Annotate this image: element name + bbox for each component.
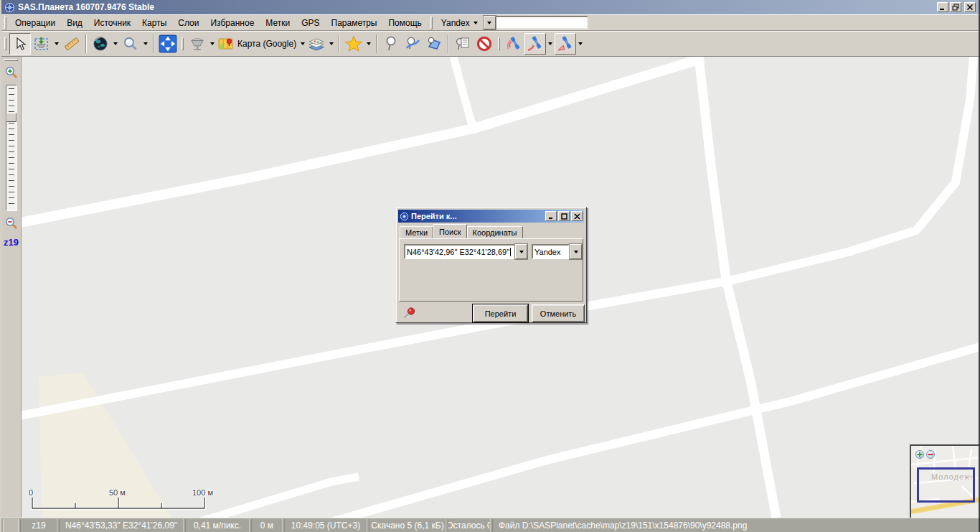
toolbar-separator bbox=[376, 34, 377, 53]
cache-source-button[interactable] bbox=[187, 33, 208, 55]
fullscreen-icon bbox=[159, 34, 177, 53]
toolbar-grip-1[interactable] bbox=[4, 37, 6, 50]
zoom-in-button[interactable] bbox=[4, 65, 19, 80]
sidebar-grip[interactable] bbox=[4, 59, 18, 61]
gps-track-button[interactable] bbox=[524, 33, 546, 55]
favorites-dropdown[interactable] bbox=[364, 33, 373, 55]
menu-layers[interactable]: Слои bbox=[172, 16, 204, 30]
minimize-button[interactable] bbox=[937, 2, 948, 12]
zoom-out-button[interactable] bbox=[4, 215, 19, 231]
window-titlebar[interactable]: SAS.Планета 160707.9476 Stable bbox=[1, 0, 979, 14]
gps-area-button[interactable] bbox=[555, 33, 576, 55]
status-file-path: Файл D:\SASPlanet\cache\map\z19\151\x154… bbox=[492, 519, 980, 532]
fullscreen-button[interactable] bbox=[157, 33, 179, 55]
minimap-zoom-in-button[interactable] bbox=[915, 450, 924, 459]
menu-source[interactable]: Источник bbox=[88, 16, 136, 30]
layers-button[interactable] bbox=[306, 33, 327, 55]
magnifier-minus-icon bbox=[4, 216, 19, 230]
quick-search-input[interactable] bbox=[484, 16, 588, 29]
magnifier-plus-icon bbox=[4, 65, 19, 80]
search-provider-select[interactable]: Yandex bbox=[532, 244, 582, 259]
dialog-title: Перейти к... bbox=[411, 212, 544, 220]
status-downloaded: Скачано 5 (6,1 кБ) bbox=[369, 519, 446, 532]
dialog-minimize-button[interactable] bbox=[545, 211, 557, 221]
menu-placemarks[interactable]: Метки bbox=[260, 16, 296, 30]
pin-ontop-button[interactable] bbox=[402, 306, 417, 320]
toolbar-separator bbox=[339, 34, 340, 53]
close-button[interactable] bbox=[964, 2, 976, 12]
cursor-tool-button[interactable] bbox=[9, 33, 31, 55]
layers-dropdown[interactable] bbox=[327, 33, 336, 55]
search-query-combo[interactable]: N46°43'42,96" E32°41'28,69" bbox=[404, 244, 527, 259]
menu-favorites[interactable]: Избранное bbox=[204, 16, 260, 30]
menu-parameters[interactable]: Параметры bbox=[326, 16, 383, 30]
map-select-button[interactable]: Карта (Google) bbox=[217, 33, 306, 55]
window-title: SAS.Планета 160707.9476 Stable bbox=[18, 2, 154, 12]
status-bar: z19 N46°43'53,33" E32°41'26,09" 0,41 м/п… bbox=[1, 518, 979, 532]
gps-satellite-track-icon bbox=[526, 34, 545, 53]
menu-help[interactable]: Помощь bbox=[382, 16, 427, 30]
gps-area-dropdown[interactable] bbox=[576, 33, 585, 55]
tab-search[interactable]: Поиск bbox=[433, 224, 466, 238]
gps-satellite-signal-icon bbox=[504, 34, 523, 53]
selection-rect-icon bbox=[33, 35, 50, 52]
menu-maps[interactable]: Карты bbox=[136, 16, 172, 30]
search-query-dropdown-button[interactable] bbox=[515, 244, 527, 259]
cache-dropdown[interactable] bbox=[208, 33, 217, 55]
minimap-panel[interactable]: Молодежн bbox=[910, 444, 980, 518]
text-caret bbox=[510, 248, 511, 256]
dialog-titlebar[interactable]: Перейти к... bbox=[398, 210, 584, 223]
path-icon bbox=[404, 35, 421, 52]
menu-gps[interactable]: GPS bbox=[296, 16, 325, 30]
add-placemark-button[interactable] bbox=[380, 33, 402, 55]
search-provider-dropdown-button[interactable] bbox=[570, 244, 582, 259]
hide-placemarks-button[interactable] bbox=[473, 33, 495, 55]
toolbar-grip-3[interactable] bbox=[498, 37, 500, 50]
toolbar-grip-2[interactable] bbox=[182, 37, 184, 50]
add-polygon-button[interactable] bbox=[423, 33, 445, 55]
cancel-button[interactable]: Отменить bbox=[532, 304, 585, 322]
zoom-dropdown[interactable] bbox=[141, 33, 150, 55]
menu-operations[interactable]: Операции bbox=[9, 16, 61, 30]
dialog-close-button[interactable] bbox=[571, 211, 583, 221]
selection-tool-button[interactable] bbox=[31, 33, 52, 55]
goto-dialog[interactable]: Перейти к... Метки Поиск Координаты N46°… bbox=[395, 207, 587, 323]
ruler-tool-button[interactable] bbox=[61, 33, 83, 55]
gps-track-dropdown[interactable] bbox=[546, 33, 555, 55]
selection-dropdown[interactable] bbox=[52, 33, 61, 55]
chevron-down-icon bbox=[301, 42, 305, 45]
menubar-grip[interactable] bbox=[4, 17, 6, 29]
zoom-slider[interactable] bbox=[6, 85, 17, 211]
toolbar: Карта (Google) bbox=[1, 31, 979, 57]
minus-icon bbox=[928, 452, 933, 457]
placemark-manager-button[interactable] bbox=[452, 33, 473, 55]
dialog-maximize-button[interactable] bbox=[558, 211, 570, 221]
go-button[interactable]: Перейти bbox=[473, 304, 528, 322]
search-provider-button[interactable]: Yandex bbox=[435, 16, 484, 30]
tab-placemarks[interactable]: Метки bbox=[400, 226, 433, 238]
quick-search-dropdown-button[interactable] bbox=[484, 16, 496, 29]
add-path-button[interactable] bbox=[402, 33, 423, 55]
zoom-level-label: z19 bbox=[1, 237, 21, 248]
favorites-button[interactable] bbox=[343, 33, 364, 55]
status-time: 10:49:05 (UTC+3) bbox=[284, 519, 367, 532]
toolbar-separator bbox=[153, 34, 154, 53]
placemark-icon bbox=[382, 35, 400, 52]
main-window: SAS.Планета 160707.9476 Stable Операции … bbox=[0, 0, 980, 532]
menu-view[interactable]: Вид bbox=[61, 16, 88, 30]
gps-connect-button[interactable] bbox=[503, 33, 524, 55]
zoom-tool-button[interactable] bbox=[120, 33, 141, 55]
globe-icon bbox=[92, 35, 109, 52]
placemark-list-icon bbox=[454, 35, 471, 52]
tab-coordinates[interactable]: Координаты bbox=[467, 226, 523, 238]
star-icon bbox=[344, 34, 363, 53]
minimap-extent-rect[interactable] bbox=[917, 467, 975, 503]
searchband-grip[interactable] bbox=[430, 17, 433, 29]
minimap-zoom-out-button[interactable] bbox=[926, 450, 935, 459]
globe-tool-button[interactable] bbox=[90, 33, 111, 55]
zoom-slider-thumb[interactable] bbox=[6, 113, 17, 122]
chevron-down-icon bbox=[473, 22, 478, 24]
restore-button[interactable] bbox=[950, 2, 961, 12]
globe-dropdown[interactable] bbox=[111, 33, 120, 55]
quick-search-combo[interactable] bbox=[484, 16, 588, 29]
